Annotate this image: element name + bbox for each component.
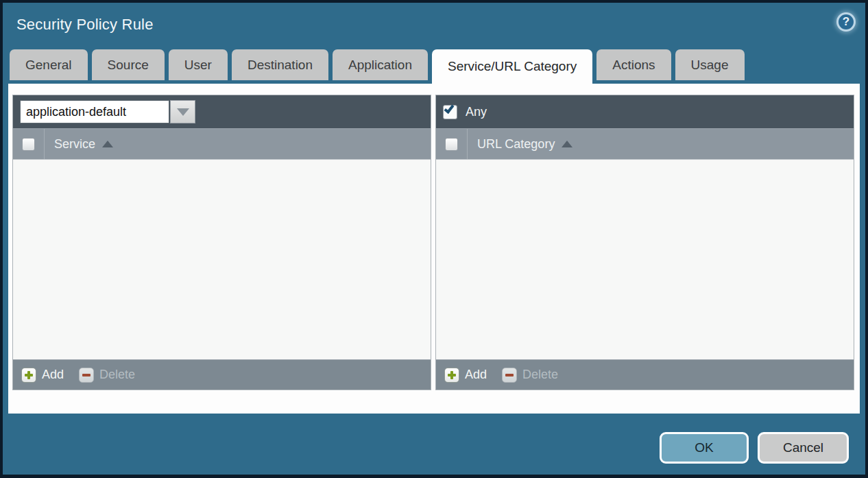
add-button-label: Add (465, 368, 487, 382)
plus-icon (21, 368, 36, 383)
tab-general[interactable]: General (10, 49, 88, 80)
url-category-panel: Any URL Category (435, 95, 854, 390)
url-category-grid-header: URL Category (436, 128, 854, 160)
tab-content: Service Add (8, 84, 860, 414)
delete-button-label: Delete (522, 368, 558, 382)
url-category-column-header[interactable]: URL Category (468, 129, 572, 159)
delete-button-label: Delete (99, 368, 135, 382)
service-type-input[interactable] (20, 100, 169, 123)
panels-container: Service Add (12, 95, 854, 390)
tab-bar: General Source User Destination Applicat… (10, 49, 858, 84)
service-grid-header: Service (13, 128, 431, 160)
service-column-label: Service (54, 137, 95, 152)
titlebar: Security Policy Rule ? (3, 3, 865, 47)
service-type-dropdown-button[interactable] (170, 100, 195, 123)
service-column-header[interactable]: Service (45, 129, 113, 159)
url-category-grid-footer: Add Delete (436, 359, 854, 390)
url-category-grid-body[interactable] (436, 160, 854, 359)
tab-destination[interactable]: Destination (232, 49, 328, 80)
chevron-down-icon (177, 108, 189, 116)
minus-icon (79, 368, 94, 383)
tab-usage[interactable]: Usage (675, 49, 745, 80)
any-checkbox[interactable] (443, 105, 457, 119)
service-select-all-checkbox[interactable] (22, 138, 35, 151)
page-title: Security Policy Rule (16, 16, 154, 34)
dialog-action-row: OK Cancel (660, 432, 849, 464)
checkmark-icon (444, 103, 455, 114)
service-panel: Service Add (12, 95, 431, 390)
sort-asc-icon (562, 141, 572, 147)
url-category-select-all-cell (436, 129, 468, 159)
service-delete-button[interactable]: Delete (79, 368, 135, 383)
service-grid-footer: Add Delete (13, 359, 431, 390)
tab-user[interactable]: User (169, 49, 228, 80)
url-category-select-all-checkbox[interactable] (445, 138, 458, 151)
any-checkbox-label: Any (466, 105, 487, 119)
minus-icon (502, 368, 517, 383)
cancel-button[interactable]: Cancel (758, 432, 849, 464)
url-category-toolbar: Any (436, 95, 854, 128)
tab-application[interactable]: Application (333, 49, 428, 80)
tab-service-url-category[interactable]: Service/URL Category (432, 49, 592, 84)
service-select-all-cell (13, 129, 45, 159)
help-icon[interactable]: ? (836, 12, 856, 32)
url-category-add-button[interactable]: Add (444, 368, 487, 383)
url-category-delete-button[interactable]: Delete (502, 368, 558, 383)
tab-source[interactable]: Source (92, 49, 165, 80)
service-add-button[interactable]: Add (21, 368, 64, 383)
add-button-label: Add (42, 368, 64, 382)
url-category-column-label: URL Category (477, 137, 555, 152)
plus-icon (444, 368, 459, 383)
sort-asc-icon (102, 141, 113, 147)
service-toolbar (13, 95, 431, 128)
service-type-combo (20, 100, 195, 123)
tab-actions[interactable]: Actions (596, 49, 671, 80)
security-policy-rule-dialog: { "window": { "title": "Security Policy … (0, 0, 868, 478)
service-grid-body[interactable] (13, 160, 431, 359)
dialog-surface: Security Policy Rule ? General Source Us… (3, 3, 865, 475)
ok-button[interactable]: OK (660, 432, 749, 464)
